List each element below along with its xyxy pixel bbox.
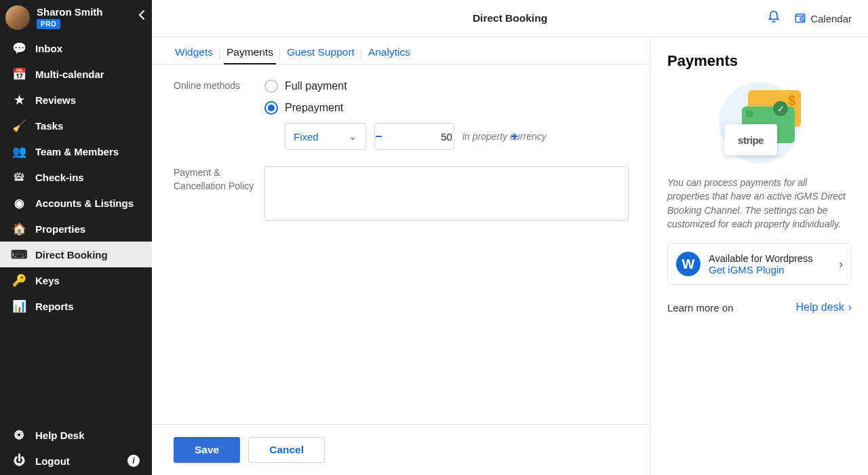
radio-full-payment[interactable]: Full payment [264,79,629,93]
sidebar-item-label: Keys [35,275,60,286]
main: Direct Booking Calendar Widgets Payments… [152,0,868,475]
tab-guest-support[interactable]: Guest Support [280,41,361,64]
sidebar-item-inbox[interactable]: 💬Inbox [0,35,152,61]
decrement-button[interactable]: − [375,130,382,144]
policy-textarea[interactable] [264,166,629,221]
sidebar-item-label: Reports [35,301,74,312]
bell-icon: 🛎 [12,170,26,184]
sidebar-item-reviews[interactable]: ★Reviews [0,87,152,113]
footer: Save Cancel [152,424,650,475]
sidebar-item-label: Direct Booking [35,249,108,261]
wordpress-plugin-card[interactable]: W Available for Wordpress Get iGMS Plugi… [667,243,852,285]
payments-illustration: ✓ stripe [667,82,852,164]
page-title: Direct Booking [473,12,547,24]
user-block[interactable]: Sharon Smith PRO [0,0,152,35]
sidebar-item-label: Help Desk [35,430,85,441]
sidebar-item-label: Check-ins [35,172,84,183]
chevron-right-icon: › [839,257,843,271]
sidebar-item-accounts[interactable]: ◉Accounts & Listings [0,190,152,216]
sidebar-item-keys[interactable]: 🔑Keys [0,267,152,293]
sidebar-item-help-desk[interactable]: ❂Help Desk [0,422,152,448]
prepayment-amount-stepper: − + [374,123,454,150]
chevron-right-icon: › [848,301,852,314]
life-ring-icon: ❂ [12,428,26,442]
sidebar-item-label: Team & Members [35,146,119,157]
tab-widgets[interactable]: Widgets [168,41,220,64]
form-area: Online methods Full payment Prepayment [152,64,650,424]
cancel-button[interactable]: Cancel [248,437,325,463]
tabs: Widgets Payments Guest Support Analytics [152,37,650,64]
right-panel: Payments ✓ stripe You can process paymen… [651,37,868,475]
key-icon: 🔑 [12,273,26,287]
tab-analytics[interactable]: Analytics [361,41,417,64]
radio-prepayment[interactable]: Prepayment [264,101,629,115]
topbar: Direct Booking Calendar [152,0,868,37]
calendar-icon: 📅 [12,67,26,81]
account-icon: ◉ [12,196,26,210]
sidebar-item-checkins[interactable]: 🛎Check-ins [0,164,152,190]
tab-payments[interactable]: Payments [220,41,280,64]
code-icon: ⌨ [12,248,26,261]
sidebar-item-reports[interactable]: 📊Reports [0,293,152,319]
wp-available-label: Available for Wordpress [709,253,831,264]
center-column: Widgets Payments Guest Support Analytics… [152,37,651,475]
sidebar-item-label: Reviews [35,94,76,106]
sidebar-item-tasks[interactable]: 🧹Tasks [0,113,152,138]
sidebar-item-label: Multi-calendar [35,69,104,80]
broom-icon: 🧹 [12,119,26,132]
sidebar-item-label: Logout [35,455,70,467]
calendar-link[interactable]: Calendar [794,12,852,26]
svg-point-1 [800,18,804,21]
wp-get-link: Get iGMS Plugin [709,264,831,276]
radio-label: Prepayment [285,102,343,114]
check-icon: ✓ [773,101,788,116]
currency-hint: in property currency [462,131,547,142]
radio-checked-icon [264,101,278,115]
info-icon[interactable]: i [127,455,140,467]
wordpress-icon: W [676,252,701,276]
online-methods-label: Online methods [174,79,264,150]
panel-title: Payments [667,52,852,70]
save-button[interactable]: Save [174,437,240,463]
panel-description: You can process payments for all propert… [667,176,852,231]
user-name: Sharon Smith [37,6,103,18]
sidebar-item-label: Properties [35,223,85,235]
radio-label: Full payment [285,80,347,92]
sidebar-item-multi-calendar[interactable]: 📅Multi-calendar [0,61,152,87]
avatar [5,5,30,30]
star-icon: ★ [12,93,26,107]
radio-icon [264,79,278,93]
sidebar-item-direct-booking[interactable]: ⌨Direct Booking [0,242,152,267]
sidebar-item-label: Accounts & Listings [35,197,134,209]
collapse-sidebar-icon[interactable] [138,10,145,23]
home-icon: 🏠 [12,222,26,235]
sidebar-item-properties[interactable]: 🏠Properties [0,216,152,242]
sidebar-item-label: Tasks [35,120,63,132]
help-desk-link-label: Help desk [796,301,844,314]
stripe-card-icon: stripe [724,124,777,155]
calendar-search-icon [794,12,806,26]
prepayment-type-select[interactable]: Fixed ⌄ [285,123,366,150]
chevron-down-icon: ⌄ [349,130,357,142]
team-icon: 👥 [12,145,26,158]
help-desk-link[interactable]: Help desk › [796,301,852,314]
sidebar-item-team[interactable]: 👥Team & Members [0,138,152,164]
pro-badge: PRO [37,19,60,29]
calendar-link-label: Calendar [810,13,852,24]
power-icon: ⏻ [12,454,26,468]
notifications-icon[interactable] [767,10,781,26]
select-value: Fixed [294,131,319,142]
chart-icon: 📊 [12,299,26,313]
chat-icon: 💬 [12,41,26,55]
sidebar-item-label: Inbox [35,43,62,54]
sidebar-item-logout[interactable]: ⏻Logouti [0,448,152,474]
policy-label: Payment & Cancellation Policy [174,166,264,223]
learn-more-label: Learn more on [667,302,734,314]
sidebar: Sharon Smith PRO 💬Inbox 📅Multi-calendar … [0,0,152,475]
